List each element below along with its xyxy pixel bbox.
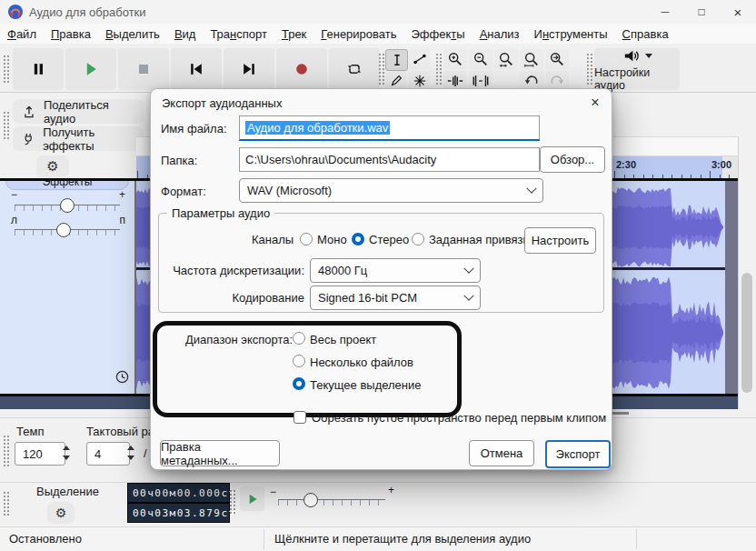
- time-signature-stepper[interactable]: [124, 443, 137, 463]
- time-signature-down-icon[interactable]: [127, 456, 134, 460]
- clock-icon[interactable]: [114, 369, 130, 385]
- radio-stereo-label[interactable]: Стерео: [369, 233, 409, 246]
- selection-end-field[interactable]: 00ч03м03.879с: [127, 503, 230, 523]
- radio-whole-project[interactable]: [293, 332, 305, 345]
- radio-multiple-files-label[interactable]: Несколько файлов: [310, 356, 413, 369]
- gain-slider[interactable]: [15, 205, 120, 211]
- browse-button[interactable]: Обзор...: [540, 146, 605, 173]
- horizontal-scrollbar-thumb[interactable]: [611, 412, 629, 415]
- export-button[interactable]: Экспорт: [545, 440, 611, 468]
- envelope-tool-button[interactable]: [409, 49, 430, 69]
- play-speed-toolbar-grip[interactable]: [229, 489, 236, 515]
- time-signature-up-icon[interactable]: [127, 446, 134, 450]
- zoom-in-icon: [447, 51, 463, 67]
- menu-item-view[interactable]: Вид: [167, 27, 204, 41]
- minimize-button[interactable]: ─: [647, 0, 683, 24]
- audio-setup-button[interactable]: Настройки аудио: [594, 48, 680, 90]
- selection-settings-button[interactable]: ⚙: [47, 502, 75, 524]
- tempo-down-icon[interactable]: [63, 456, 70, 460]
- speed-max-label: +: [388, 484, 394, 496]
- radio-multiple-files[interactable]: [293, 355, 305, 367]
- loop-button[interactable]: [329, 48, 380, 90]
- playback-speed-slider[interactable]: [278, 499, 385, 506]
- folder-input[interactable]: C:\Users\ohrau\Documents\Audacity: [239, 147, 540, 172]
- get-effects-button[interactable]: Получить эффекты: [13, 126, 144, 151]
- envelope-icon: [413, 52, 427, 66]
- play-icon: [82, 60, 100, 78]
- selection-toolbar-grip[interactable]: [3, 491, 10, 516]
- zoom-out-button[interactable]: [469, 49, 492, 69]
- settings-gear-button[interactable]: ⚙: [36, 155, 69, 177]
- tempo-toolbar-grip[interactable]: [3, 435, 10, 467]
- skip-end-button[interactable]: [224, 48, 274, 90]
- cancel-button[interactable]: Отмена: [469, 440, 534, 466]
- share-audio-button[interactable]: Поделиться аудио: [13, 99, 144, 124]
- time-signature-upper-input[interactable]: 4: [86, 442, 130, 466]
- pan-slider[interactable]: [15, 229, 120, 235]
- zoom-in-button[interactable]: [443, 49, 467, 69]
- menu-item-help[interactable]: Справка: [615, 27, 676, 41]
- zoom-fit-button[interactable]: [520, 49, 543, 69]
- configure-button[interactable]: Настроить: [524, 227, 596, 254]
- skip-start-button[interactable]: [171, 48, 222, 90]
- edit-toolbar-grip[interactable]: [435, 53, 443, 85]
- radio-mono-label[interactable]: Моно: [317, 233, 347, 246]
- transport-toolbar-grip[interactable]: [3, 55, 10, 84]
- trim-blank-label[interactable]: Обрезать пустое пространство перед первы…: [312, 411, 606, 425]
- menu-item-tools[interactable]: Инструменты: [527, 27, 615, 41]
- radio-current-selection-label[interactable]: Текущее выделение: [310, 378, 422, 392]
- gain-slider-knob[interactable]: [60, 198, 75, 213]
- menu-item-analyze[interactable]: Анализ: [472, 27, 527, 41]
- zoom-toggle-icon: [549, 51, 565, 67]
- radio-stereo[interactable]: [352, 233, 364, 245]
- dialog-close-button[interactable]: ×: [585, 94, 605, 112]
- trim-blank-checkbox[interactable]: [293, 411, 306, 424]
- radio-current-selection[interactable]: [293, 377, 305, 390]
- tempo-up-icon[interactable]: [63, 446, 70, 450]
- selection-start-field[interactable]: 00ч00м00.000с: [127, 483, 230, 503]
- pan-slider-knob[interactable]: [56, 223, 71, 237]
- menu-item-file[interactable]: Файл: [0, 27, 44, 41]
- audio-setup-toolbar-grip[interactable]: [586, 53, 593, 85]
- maximize-button[interactable]: □: [683, 0, 720, 24]
- playback-speed-knob[interactable]: [303, 493, 318, 507]
- effects-track-button-clipped[interactable]: Эффекты: [5, 181, 129, 191]
- record-button[interactable]: [276, 48, 327, 90]
- sample-rate-value: 48000 Гц: [318, 264, 367, 277]
- close-window-button[interactable]: ×: [720, 0, 756, 24]
- tempo-stepper[interactable]: [60, 443, 73, 463]
- edit-metadata-button[interactable]: Правка метаданных...: [160, 440, 280, 466]
- menu-item-generate[interactable]: Генерировать: [313, 27, 403, 41]
- chevron-down-icon: [463, 263, 473, 273]
- menu-item-edit[interactable]: Правка: [44, 27, 98, 41]
- radio-custom-mapping-label[interactable]: Заданная привязка: [429, 233, 535, 246]
- menu-item-transport[interactable]: Транспорт: [203, 27, 274, 41]
- stop-button[interactable]: [118, 48, 169, 90]
- encoding-select[interactable]: Signed 16-bit PCM: [310, 286, 481, 310]
- radio-whole-project-label[interactable]: Весь проект: [310, 333, 376, 346]
- zoom-selection-button[interactable]: [494, 49, 518, 69]
- effects-track-button: Эффекты: [5, 181, 129, 190]
- menu-item-effects[interactable]: Эффекты: [404, 27, 472, 41]
- tempo-input[interactable]: 120: [15, 442, 65, 466]
- zoom-toggle-button[interactable]: [545, 49, 569, 69]
- menu-item-select[interactable]: Выделить: [98, 27, 167, 41]
- sample-rate-select[interactable]: 48000 Гц: [310, 258, 481, 283]
- radio-custom-mapping[interactable]: [412, 233, 424, 245]
- format-select[interactable]: WAV (Microsoft): [239, 178, 543, 203]
- play-at-speed-button[interactable]: [240, 486, 264, 511]
- track-control-panel[interactable]: Эффекты − + л п: [0, 181, 134, 394]
- vertical-scrollbar[interactable]: [738, 136, 756, 409]
- tools-toolbar-grip[interactable]: [378, 53, 385, 85]
- titlebar: Аудио для обработки ─ □ ×: [0, 0, 756, 24]
- pause-button[interactable]: [13, 48, 64, 90]
- share-toolbar-grip[interactable]: [3, 111, 10, 140]
- time-signature-divider: /: [144, 446, 147, 460]
- selection-tool-button[interactable]: [385, 49, 408, 71]
- menu-item-track[interactable]: Трек: [274, 27, 313, 41]
- encoding-label: Кодирование: [168, 291, 304, 305]
- filename-input[interactable]: Аудио для обработки.wav: [239, 115, 540, 141]
- play-button[interactable]: [65, 48, 116, 90]
- radio-mono[interactable]: [300, 233, 313, 245]
- vertical-scrollbar-thumb[interactable]: [741, 273, 752, 393]
